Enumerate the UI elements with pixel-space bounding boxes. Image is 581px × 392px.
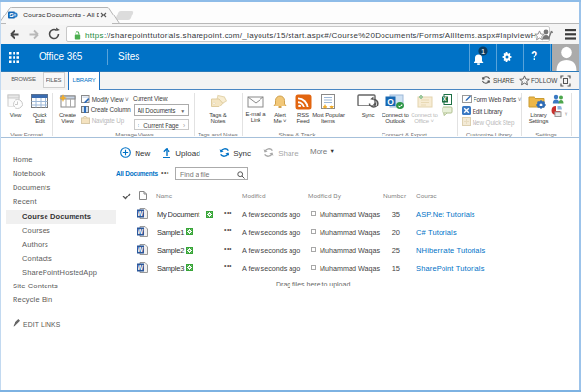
svg-text:W: W (138, 264, 144, 271)
svg-text:S: S (9, 12, 14, 18)
svg-text:O: O (387, 96, 394, 106)
svg-text:W: W (138, 228, 144, 235)
svg-text:1: 1 (481, 46, 485, 55)
svg-text:W: W (138, 210, 144, 217)
svg-text:X: X (443, 96, 447, 102)
svg-text:W: W (138, 246, 144, 253)
